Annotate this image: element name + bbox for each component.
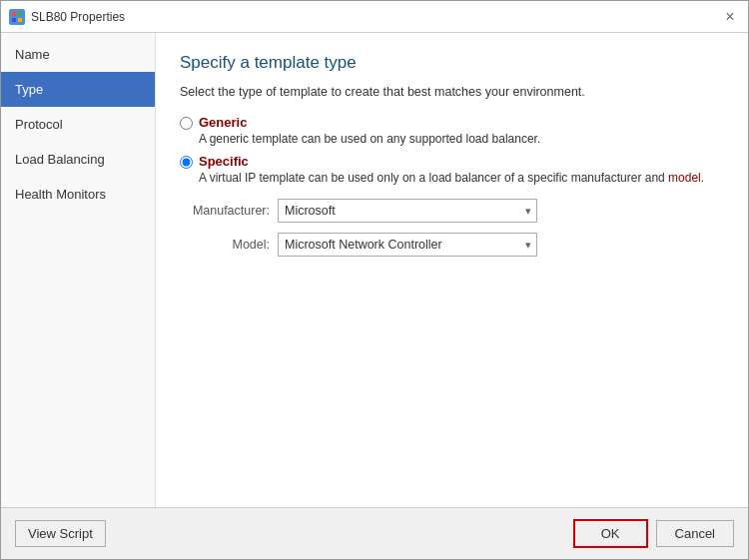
section-description: Select the type of template to create th… (180, 85, 724, 99)
main-panel: Specify a template type Select the type … (156, 33, 748, 507)
radio-generic-title[interactable]: Generic (199, 115, 540, 130)
title-bar: SLB80 Properties × (1, 1, 748, 33)
ok-button[interactable]: OK (573, 519, 648, 548)
footer: View Script OK Cancel (1, 507, 748, 559)
form-fields: Manufacturer: Microsoft Model: Microsoft… (180, 199, 724, 257)
svg-rect-3 (18, 18, 22, 22)
footer-right: OK Cancel (573, 519, 734, 548)
svg-rect-0 (12, 12, 16, 16)
close-button[interactable]: × (720, 7, 740, 27)
radio-group: Generic A generic template can be used o… (180, 115, 724, 185)
manufacturer-select-wrapper: Microsoft (278, 199, 537, 223)
radio-specific-title[interactable]: Specific (199, 154, 704, 169)
model-select-wrapper: Microsoft Network Controller (278, 233, 537, 257)
dialog-window: SLB80 Properties × Name Type Protocol Lo… (0, 0, 749, 560)
title-bar-left: SLB80 Properties (9, 9, 125, 25)
radio-generic-desc: A generic template can be used on any su… (199, 132, 540, 146)
radio-specific[interactable] (180, 156, 193, 169)
sidebar-item-health-monitors[interactable]: Health Monitors (1, 177, 155, 212)
section-title: Specify a template type (180, 53, 724, 73)
radio-option-specific: Specific A virtual IP template can be us… (180, 154, 724, 185)
model-row: Model: Microsoft Network Controller (180, 233, 724, 257)
manufacturer-row: Manufacturer: Microsoft (180, 199, 724, 223)
sidebar-item-protocol[interactable]: Protocol (1, 107, 155, 142)
manufacturer-label: Manufacturer: (180, 204, 270, 218)
app-icon (9, 9, 25, 25)
sidebar: Name Type Protocol Load Balancing Health… (1, 33, 156, 507)
window-title: SLB80 Properties (31, 10, 125, 24)
radio-generic[interactable] (180, 117, 193, 130)
sidebar-item-load-balancing[interactable]: Load Balancing (1, 142, 155, 177)
sidebar-item-name[interactable]: Name (1, 37, 155, 72)
manufacturer-select[interactable]: Microsoft (278, 199, 537, 223)
model-select[interactable]: Microsoft Network Controller (278, 233, 537, 257)
model-label: Model: (180, 238, 270, 252)
svg-rect-2 (12, 18, 16, 22)
svg-rect-1 (18, 12, 22, 16)
radio-option-generic: Generic A generic template can be used o… (180, 115, 724, 146)
radio-specific-desc: A virtual IP template can be used only o… (199, 171, 704, 185)
view-script-button[interactable]: View Script (15, 520, 106, 547)
footer-left: View Script (15, 520, 106, 547)
content-area: Name Type Protocol Load Balancing Health… (1, 33, 748, 507)
sidebar-item-type[interactable]: Type (1, 72, 155, 107)
cancel-button[interactable]: Cancel (656, 520, 734, 547)
